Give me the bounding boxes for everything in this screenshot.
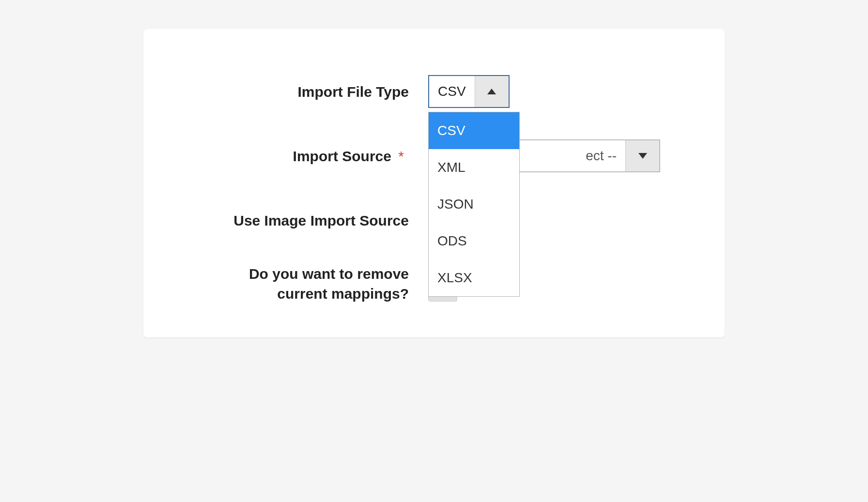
chevron-down-icon [638,153,647,159]
file-type-option-json[interactable]: JSON [429,186,519,223]
label-import-source: Import Source * [182,139,415,165]
label-remove-mappings-line2: current mappings? [277,284,409,304]
chevron-up-icon [487,89,496,94]
label-import-source-text: Import Source [293,148,391,164]
label-remove-mappings-line1: Do you want to remove [249,264,409,284]
label-remove-mappings: Do you want to remove current mappings? [182,260,415,304]
file-type-option-xml[interactable]: XML [429,149,519,186]
file-type-select[interactable]: CSV [428,75,510,108]
required-asterisk: * [398,148,404,164]
label-use-image-import-source: Use Image Import Source [182,204,415,229]
file-type-dropdown: CSV XML JSON ODS XLSX [428,112,520,297]
import-source-select[interactable]: ect -- [503,139,660,172]
control-import-file-type: CSV CSV XML JSON ODS XLSX [415,75,510,108]
file-type-option-csv[interactable]: CSV [429,112,519,149]
import-source-select-toggle[interactable] [625,140,659,171]
label-import-file-type: Import File Type [182,75,415,100]
import-settings-panel: Import File Type CSV CSV XML JSON ODS XL… [143,29,725,337]
file-type-select-value: CSV [429,76,475,107]
row-import-file-type: Import File Type CSV CSV XML JSON ODS XL… [182,75,686,108]
import-source-select-value: ect -- [504,140,625,171]
file-type-option-xlsx[interactable]: XLSX [429,259,519,296]
import-source-visible-text: ect -- [586,148,617,164]
file-type-select-toggle[interactable] [475,76,509,107]
control-remove-mappings [415,260,428,299]
file-type-option-ods[interactable]: ODS [429,223,519,259]
